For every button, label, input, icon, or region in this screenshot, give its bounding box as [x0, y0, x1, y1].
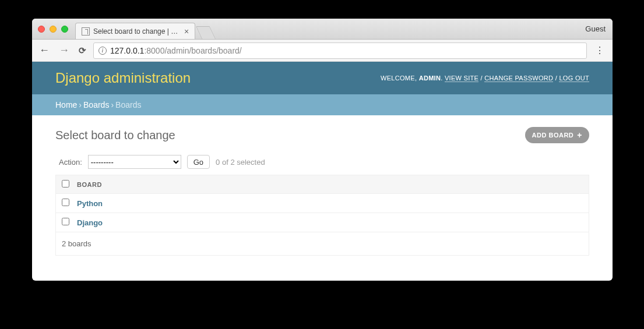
breadcrumb-app[interactable]: Boards — [83, 100, 109, 109]
row-checkbox[interactable] — [62, 199, 69, 206]
window-titlebar: Select board to change | Djang × Guest — [32, 19, 613, 40]
view-site-link[interactable]: VIEW SITE — [445, 75, 478, 82]
forward-button: → — [57, 44, 72, 56]
user-tools: WELCOME, ADMIN. VIEW SITE / CHANGE PASSW… — [381, 75, 589, 82]
breadcrumb-current: Boards — [115, 100, 141, 109]
logout-link[interactable]: LOG OUT — [559, 75, 589, 82]
object-tools-bar: Select board to change ADD BOARD + — [55, 127, 589, 143]
table-header-row: BOARD — [56, 175, 589, 193]
welcome-text: WELCOME, — [381, 75, 419, 82]
table-row: Django — [56, 213, 589, 232]
browser-window: Select board to change | Djang × Guest ←… — [32, 19, 613, 281]
url-path: :8000/admin/boards/board/ — [144, 46, 241, 55]
content-main: Select board to change ADD BOARD + Actio… — [32, 115, 613, 267]
back-button[interactable]: ← — [37, 44, 52, 56]
browser-toolbar: ← → ⟳ i 127.0.0.1:8000/admin/boards/boar… — [32, 40, 613, 62]
tab-title: Select board to change | Djang — [93, 27, 181, 36]
maximize-window-button[interactable] — [61, 26, 68, 33]
action-select[interactable]: --------- — [88, 155, 181, 169]
site-info-icon[interactable]: i — [98, 47, 107, 55]
add-board-label: ADD BOARD — [532, 132, 574, 139]
actions-bar: Action: --------- Go 0 of 2 selected — [55, 155, 589, 175]
reload-button[interactable]: ⟳ — [76, 45, 89, 56]
action-label: Action: — [59, 158, 82, 167]
selection-counter: 0 of 2 selected — [216, 158, 265, 167]
browser-tab[interactable]: Select board to change | Djang × — [75, 23, 195, 39]
site-title: Django administration — [55, 70, 191, 86]
change-password-link[interactable]: CHANGE PASSWORD — [484, 75, 553, 82]
close-window-button[interactable] — [38, 26, 45, 33]
breadcrumb: Home›Boards›Boards — [32, 94, 613, 115]
address-bar[interactable]: i 127.0.0.1:8000/admin/boards/board/ — [93, 43, 587, 59]
page-title: Select board to change — [55, 129, 175, 142]
url-host: 127.0.0.1 — [110, 46, 144, 55]
new-tab-button[interactable] — [196, 26, 216, 39]
close-tab-icon[interactable]: × — [184, 27, 189, 36]
column-header-board[interactable]: BOARD — [77, 181, 102, 188]
page-content: Django administration WELCOME, ADMIN. VI… — [32, 62, 613, 281]
table-row: Python — [56, 193, 589, 213]
page-favicon-icon — [82, 27, 90, 36]
minimize-window-button[interactable] — [50, 26, 57, 33]
profile-label[interactable]: Guest — [585, 24, 606, 33]
browser-menu-button[interactable]: ⋮ — [592, 45, 608, 56]
board-link[interactable]: Django — [77, 218, 103, 227]
go-button[interactable]: Go — [187, 155, 210, 169]
admin-header: Django administration WELCOME, ADMIN. VI… — [32, 62, 613, 94]
add-board-button[interactable]: ADD BOARD + — [525, 127, 589, 143]
result-summary: 2 boards — [56, 232, 589, 255]
plus-icon: + — [577, 130, 582, 140]
select-all-checkbox[interactable] — [62, 180, 69, 188]
board-link[interactable]: Python — [77, 199, 103, 208]
results-table: BOARD Python Django 2 boards — [55, 175, 589, 256]
breadcrumb-home[interactable]: Home — [55, 100, 77, 109]
tab-strip: Select board to change | Djang × — [75, 19, 213, 39]
window-controls — [38, 26, 68, 33]
row-checkbox[interactable] — [62, 218, 69, 225]
username: ADMIN — [419, 75, 441, 82]
